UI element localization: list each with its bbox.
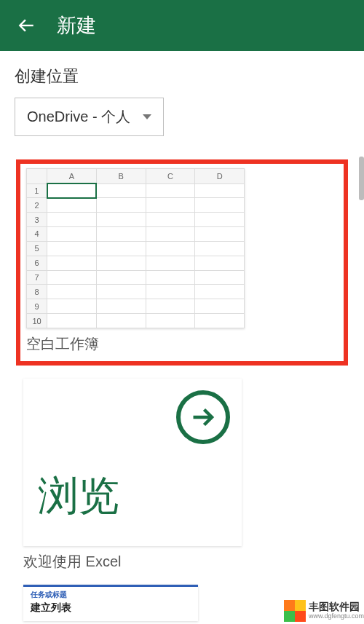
template-welcome[interactable]: 浏览 欢迎使用 Excel bbox=[23, 379, 341, 572]
welcome-big-text: 浏览 bbox=[38, 469, 119, 524]
blank-workbook-thumbnail: A B C D 1 2 3 4 5 6 7 8 9 10 bbox=[26, 168, 245, 328]
template-blank-label: 空白工作簿 bbox=[26, 334, 338, 354]
location-selected-value: OneDrive - 个人 bbox=[27, 107, 132, 127]
back-arrow-icon bbox=[17, 16, 36, 35]
list-line2: 建立列表 bbox=[31, 601, 191, 615]
watermark: 丰图软件园 www.dgfengtu.com bbox=[284, 598, 364, 624]
watermark-logo-icon bbox=[284, 600, 306, 622]
watermark-name: 丰图软件园 bbox=[309, 601, 364, 612]
template-welcome-label: 欢迎使用 Excel bbox=[23, 552, 341, 572]
chevron-down-icon bbox=[143, 114, 151, 119]
page-title: 新建 bbox=[57, 12, 96, 39]
back-button[interactable] bbox=[9, 8, 44, 43]
app-bar: 新建 bbox=[0, 0, 364, 51]
arrow-circle-icon bbox=[176, 390, 230, 444]
list-thumbnail: 任务或标题 建立列表 bbox=[23, 585, 198, 621]
location-label: 创建位置 bbox=[15, 66, 349, 87]
content-area: 创建位置 OneDrive - 个人 A B C D 1 2 3 4 bbox=[0, 51, 364, 621]
welcome-thumbnail: 浏览 bbox=[23, 379, 242, 546]
location-dropdown[interactable]: OneDrive - 个人 bbox=[15, 98, 164, 136]
template-blank-workbook[interactable]: A B C D 1 2 3 4 5 6 7 8 9 10 空白 bbox=[16, 159, 348, 366]
list-line1: 任务或标题 bbox=[31, 590, 191, 600]
templates-list: A B C D 1 2 3 4 5 6 7 8 9 10 空白 bbox=[15, 159, 349, 621]
scrollbar[interactable] bbox=[359, 157, 364, 200]
watermark-url: www.dgfengtu.com bbox=[309, 613, 364, 620]
